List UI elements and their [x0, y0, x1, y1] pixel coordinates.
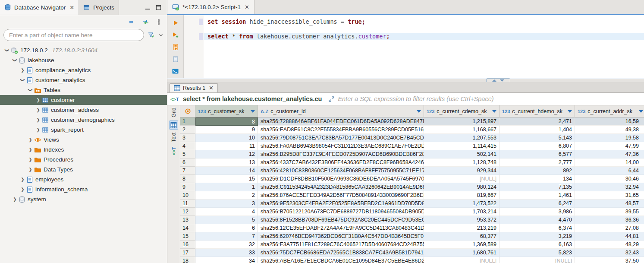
tree-item-information-schema[interactable]: information_schema [0, 184, 167, 194]
column-filter-icon[interactable] [492, 110, 496, 113]
tree-item-indexes[interactable]: Indexes [0, 145, 167, 155]
tree-item-customer-analytics[interactable]: customer_analytics [0, 75, 167, 85]
grid-cell[interactable]: sha256:42810C83B0360CE125634F068BAF8FF75… [258, 167, 424, 175]
grid-view-icon[interactable] [169, 120, 178, 130]
grid-corner[interactable] [180, 105, 195, 117]
grid-cell[interactable]: 1,473,522 [424, 200, 499, 208]
minimize-icon[interactable] [145, 9, 150, 10]
chevron-down-icon[interactable] [11, 58, 19, 63]
grid-cell[interactable]: sha256:D1CDF8DBB10F500EA9693C86DE6DEAA05… [258, 175, 424, 183]
grid-cell[interactable]: 33 [195, 249, 258, 257]
grid-cell[interactable]: 929,344 [424, 167, 499, 175]
expand-icon[interactable] [328, 96, 335, 102]
explain-plan-icon[interactable] [172, 56, 179, 63]
tree-item-employees[interactable]: employees [0, 174, 167, 184]
grid-cell[interactable]: 502,141 [424, 150, 499, 158]
grid-cell[interactable]: 1 [195, 183, 258, 191]
row-number[interactable]: 5 [180, 150, 195, 158]
tree-item-procedures[interactable]: Procedures [0, 155, 167, 165]
chevron-right-icon[interactable] [19, 177, 26, 182]
grid-cell[interactable]: 2 [195, 191, 258, 200]
tree-item-172.18.0.2[interactable]: 172.18.0.2172.18.0.2:31604 [0, 45, 167, 55]
chevron-right-icon[interactable] [27, 147, 34, 152]
grid-cell[interactable]: 16,59 [575, 117, 644, 126]
chevron-right-icon[interactable] [35, 127, 42, 132]
open-console-icon[interactable] [172, 68, 179, 75]
execute-statement-icon[interactable] [172, 19, 179, 26]
tree-item-lakehouse[interactable]: lakehouse [0, 55, 167, 65]
grid-cell[interactable]: 6,807 [499, 142, 575, 150]
grid-cell[interactable]: 12 [195, 150, 258, 158]
row-number[interactable]: 4 [180, 142, 195, 150]
grid-cell[interactable]: 9 [195, 126, 258, 134]
grid-cell[interactable]: 34 [195, 257, 258, 263]
tab-results-1[interactable]: Results 1 ✕ [170, 83, 218, 92]
grid-cell[interactable]: 1,215,897 [424, 117, 499, 126]
chevron-right-icon[interactable] [35, 98, 42, 102]
column-filter-icon[interactable] [639, 110, 643, 113]
row-number[interactable]: 6 [180, 158, 195, 167]
grid-cell[interactable]: 37,50 [575, 257, 644, 263]
grid-cell[interactable]: 48,29 [575, 241, 644, 249]
grid-cell[interactable]: 32 [195, 241, 258, 249]
grid-cell[interactable]: 3,986 [499, 208, 575, 216]
grid-cell[interactable]: 5,823 [499, 249, 575, 257]
grid-cell[interactable]: 1,369,589 [424, 241, 499, 249]
grid-cell[interactable]: [NULL] [499, 257, 575, 263]
grid-cell[interactable]: 6,374 [499, 224, 575, 232]
grid-cell[interactable]: 6,163 [499, 241, 575, 249]
grid-cell[interactable]: 8 [195, 117, 258, 126]
grid-cell[interactable]: [NULL] [424, 257, 499, 263]
chevron-right-icon[interactable] [35, 108, 42, 112]
code-area[interactable]: set session hide_inaccessible_columns = … [204, 15, 644, 78]
tree-item-compliance-analytics[interactable]: compliance_analytics [0, 65, 167, 75]
tree-item-views[interactable]: Views [0, 135, 167, 145]
tree-item-data-types[interactable]: Data Types [0, 165, 167, 174]
collapse-all-icon[interactable] [128, 19, 135, 25]
row-number[interactable]: 2 [180, 126, 195, 134]
grid-cell[interactable]: sha256:620746BED947362BCD6CF31B0A4C547DD… [258, 232, 424, 241]
text-view-icon[interactable]: <>T [170, 145, 178, 156]
row-number[interactable]: 12 [180, 208, 195, 216]
grid-cell[interactable]: 4 [195, 208, 258, 216]
results-filter-bar[interactable]: <>T select * from lakehouse.customer_ana… [167, 93, 644, 105]
column-header-c_customer_id[interactable]: A-Zc_customer_id [258, 105, 424, 117]
grid-cell[interactable]: sha256:B705122120A673FC7DE6889727DB11809… [258, 208, 424, 216]
grid-cell[interactable]: 1,128,748 [424, 158, 499, 167]
execute-script-icon[interactable] [172, 44, 179, 51]
grid-cell[interactable]: 2,777 [499, 158, 575, 167]
grid-cell[interactable]: sha256:B295D8FC337E9E4FECD0725D907ACD6B6… [258, 150, 424, 158]
grid-cell[interactable]: 1,168,667 [424, 126, 499, 134]
tree-item-tables[interactable]: Tables [0, 85, 167, 95]
grid-cell[interactable]: 6,247 [499, 200, 575, 208]
chevron-right-icon[interactable] [19, 187, 26, 192]
grid-cell[interactable]: 892 [499, 167, 575, 175]
grid-cell[interactable]: 6 [195, 224, 258, 232]
grid-cell[interactable]: 7 [195, 232, 258, 241]
grid-cell[interactable]: 1,207,553 [424, 134, 499, 142]
chevron-right-icon[interactable] [19, 68, 26, 73]
row-number[interactable]: 7 [180, 167, 195, 175]
grid-cell[interactable]: 47,36 [575, 150, 644, 158]
grid-cell[interactable]: 953,372 [424, 216, 499, 224]
grid-cell[interactable]: 39,55 [575, 208, 644, 216]
grid-cell[interactable]: 44,81 [575, 232, 644, 241]
row-number[interactable]: 8 [180, 175, 195, 183]
grid-cell[interactable]: 15 [195, 175, 258, 183]
column-header-c_current_addr_sk[interactable]: 123c_current_addr_sk [575, 105, 644, 117]
row-number[interactable]: 16 [180, 241, 195, 249]
grid-cell[interactable]: sha256:EAD8E61C8C22E555834FBBA9B60556CB2… [258, 126, 424, 134]
grid-cell[interactable]: 1,680,761 [424, 249, 499, 257]
row-number[interactable]: 10 [180, 191, 195, 200]
grid-cell[interactable]: 14 [195, 167, 258, 175]
grid-cell[interactable]: sha256:9E52303CE4FBA2E2F0525E8A5BFBD2C1A… [258, 200, 424, 208]
chevron-right-icon[interactable] [35, 117, 42, 122]
code-line[interactable] [204, 25, 644, 33]
link-with-editor-icon[interactable] [142, 19, 150, 25]
grid-cell[interactable]: 6,44 [575, 167, 644, 175]
grid-cell[interactable]: sha256:4337C7AB6432E3B06FF4A3636FD2F8CC8… [258, 158, 424, 167]
grid-cell[interactable]: sha256:75DC7FCB6686EDA72565C1B838CA7FC43… [258, 249, 424, 257]
tree-item-customer-address[interactable]: customer_address [0, 105, 167, 115]
tree-item-spark-report[interactable]: spark_report [0, 125, 167, 135]
tree-item-system[interactable]: system [0, 194, 167, 204]
